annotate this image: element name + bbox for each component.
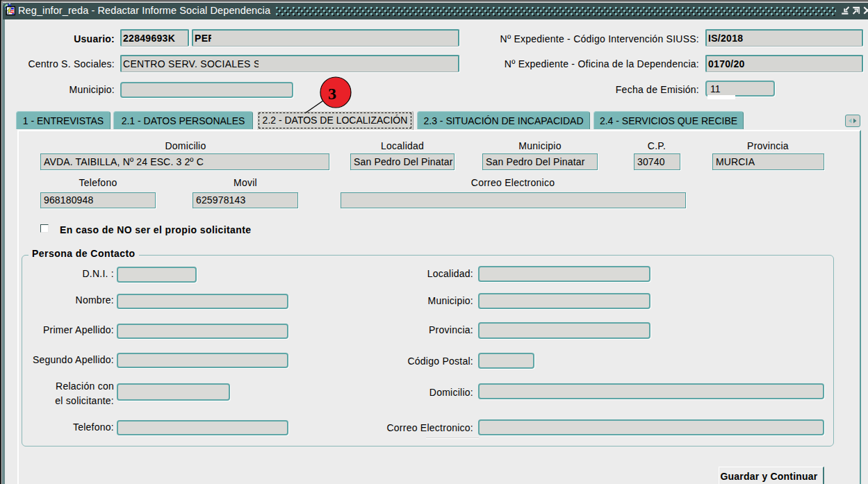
svg-text:3: 3 <box>328 85 336 103</box>
